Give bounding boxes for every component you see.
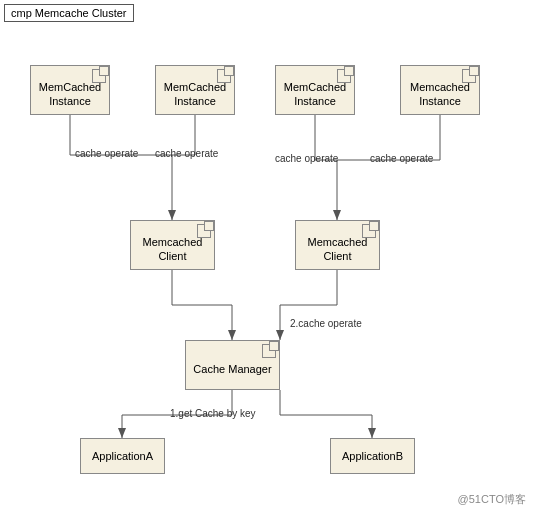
box-icon-3 (337, 69, 351, 83)
memcached-instance-3: MemCached Instance (275, 65, 355, 115)
memcached-instance-2: MemCached Instance (155, 65, 235, 115)
box-icon-4 (462, 69, 476, 83)
svg-marker-24 (228, 330, 236, 340)
cache-op-label-4: cache operate (370, 153, 433, 164)
box-icon-7 (262, 344, 276, 358)
instance2-label: MemCached Instance (160, 80, 230, 109)
app-b-label: ApplicationB (338, 449, 407, 463)
client1-label: Memcached Client (139, 235, 207, 264)
cache-op-label-3: cache operate (275, 153, 338, 164)
box-icon-6 (362, 224, 376, 238)
app-a-label: ApplicationA (88, 449, 157, 463)
cache-op-label-2: cache operate (155, 148, 218, 159)
client2-label: Memcached Client (304, 235, 372, 264)
application-a-box: ApplicationA (80, 438, 165, 474)
svg-marker-23 (333, 210, 341, 220)
instance4-label: Memcached Instance (406, 80, 474, 109)
instance1-label: MemCached Instance (35, 80, 105, 109)
diagram: cmp Memcache Cluster (0, 0, 534, 513)
cache-manager-label: Cache Manager (189, 362, 275, 376)
box-icon-1 (92, 69, 106, 83)
memcached-client-1: Memcached Client (130, 220, 215, 270)
application-b-box: ApplicationB (330, 438, 415, 474)
memcached-client-2: Memcached Client (295, 220, 380, 270)
cache-op-label-1: cache operate (75, 148, 138, 159)
memcached-instance-1: MemCached Instance (30, 65, 110, 115)
cache-manager-box: Cache Manager (185, 340, 280, 390)
get-cache-label: 1.get Cache by key (170, 408, 256, 419)
svg-marker-27 (368, 428, 376, 438)
watermark: @51CTO博客 (458, 492, 526, 507)
memcached-instance-4: Memcached Instance (400, 65, 480, 115)
svg-marker-25 (276, 330, 284, 340)
instance3-label: MemCached Instance (280, 80, 350, 109)
box-icon-5 (197, 224, 211, 238)
diagram-title: cmp Memcache Cluster (4, 4, 134, 22)
svg-marker-22 (168, 210, 176, 220)
svg-marker-26 (118, 428, 126, 438)
box-icon-2 (217, 69, 231, 83)
cache-op-label-5: 2.cache operate (290, 318, 362, 329)
